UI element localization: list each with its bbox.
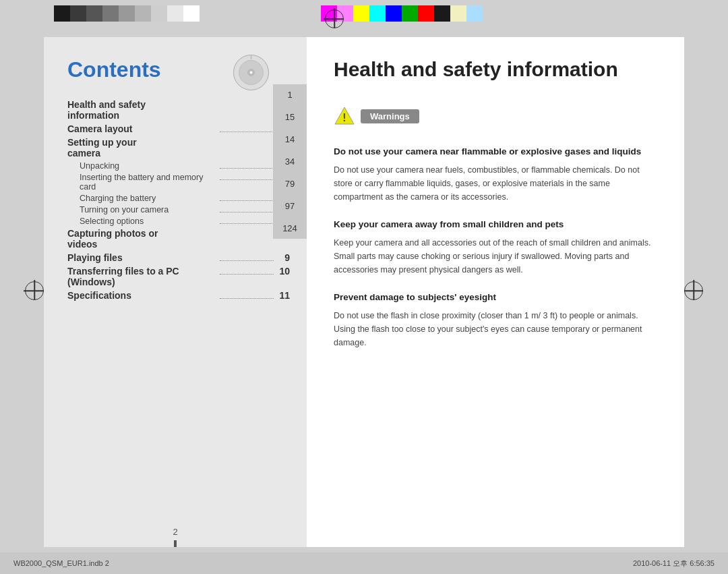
number-column-item: 1 — [287, 90, 292, 100]
safety-section: Do not use your camera near flammable or… — [334, 146, 657, 204]
toc-label: Camera layout — [67, 123, 217, 134]
warning-icon: ! — [334, 105, 355, 127]
toc-row: Transferring files to a PC (Windows)10 — [67, 266, 290, 287]
color-swatch — [353, 5, 369, 22]
toc-label: Inserting the battery and memory card — [80, 173, 217, 192]
footer-left: WB2000_QSM_EUR1.indb 2 — [13, 559, 109, 567]
safety-title: Health and safety information — [334, 57, 657, 82]
color-swatch — [434, 5, 450, 22]
toc-dots — [220, 260, 274, 261]
registration-mark-left — [24, 280, 45, 302]
safety-heading: Prevent damage to subjects' eyesight — [334, 291, 657, 304]
toc-label: Charging the battery — [80, 194, 217, 203]
toc-dots — [220, 132, 274, 132]
toc-dots — [220, 200, 274, 201]
cd-icon — [233, 54, 270, 91]
number-column-item: 79 — [285, 179, 295, 189]
color-strip-right — [321, 5, 483, 22]
color-swatch — [450, 5, 466, 22]
page-container: Contents Health and safety information2C… — [44, 37, 684, 547]
toc-page: 9 — [276, 252, 290, 263]
toc-dots — [220, 274, 274, 275]
toc-row: Selecting options7 — [67, 217, 290, 226]
toc-label: Health and safety information — [67, 99, 172, 121]
page-number: 2 — [173, 527, 177, 537]
toc-label: Selecting options — [80, 217, 217, 226]
toc-page: 10 — [276, 266, 290, 277]
toc-row: Playing files9 — [67, 252, 290, 263]
color-swatch — [418, 5, 434, 22]
safety-text: Do not use your camera near fuels, combu… — [334, 163, 657, 204]
toc-dots — [220, 223, 274, 224]
toc-dots — [220, 298, 274, 299]
number-column-item: 124 — [282, 223, 297, 233]
right-page: Health and safety information ! Warnings… — [307, 37, 684, 547]
safety-section: Prevent damage to subjects' eyesightDo n… — [334, 291, 657, 349]
safety-text: Keep your camera and all accessories out… — [334, 236, 657, 277]
color-swatch — [402, 5, 418, 22]
color-bar-top — [0, 0, 728, 27]
bottom-bar: WB2000_QSM_EUR1.indb 2 2010-06-11 오후 6:5… — [0, 552, 728, 574]
color-swatch — [70, 5, 86, 22]
toc-label: Turning on your camera — [80, 205, 217, 214]
toc-row: Charging the battery6 — [67, 194, 290, 203]
registration-mark-right — [683, 280, 704, 302]
toc-row: Health and safety information2 — [67, 99, 290, 121]
toc-row: Unpacking5 — [67, 161, 290, 171]
toc-label: Transferring files to a PC (Windows) — [67, 266, 217, 287]
toc-row: Turning on your camera7 — [67, 205, 290, 214]
toc-dots — [220, 179, 274, 180]
number-column-item: 34 — [285, 156, 295, 167]
color-swatch — [369, 5, 386, 22]
color-swatch — [183, 5, 200, 22]
color-swatch — [167, 5, 183, 22]
toc-label: Unpacking — [80, 161, 217, 171]
safety-sections: Do not use your camera near flammable or… — [334, 146, 657, 349]
color-strip-left — [54, 5, 200, 22]
toc-page: 11 — [276, 290, 290, 301]
number-column-item: 97 — [285, 201, 295, 211]
safety-heading: Do not use your camera near flammable or… — [334, 146, 657, 159]
toc-label: Setting up your camera — [67, 137, 172, 159]
toc-table: Health and safety information2Camera lay… — [67, 99, 290, 301]
page-bar-indicator — [174, 540, 177, 547]
toc-dots — [220, 168, 274, 169]
safety-heading: Keep your camera away from small childre… — [334, 219, 657, 231]
toc-row: Inserting the battery and memory card6 — [67, 173, 290, 192]
color-swatch — [54, 5, 70, 22]
left-page: Contents Health and safety information2C… — [44, 37, 307, 547]
svg-point-3 — [250, 71, 253, 74]
registration-mark-top — [324, 8, 345, 30]
safety-text: Do not use the flash in close proximity … — [334, 309, 657, 349]
color-swatch — [102, 5, 119, 22]
warnings-label: Warnings — [361, 109, 419, 123]
toc-label: Specifications — [67, 290, 217, 301]
toc-label: Playing files — [67, 252, 217, 263]
color-swatch — [86, 5, 102, 22]
toc-dots — [220, 212, 274, 212]
color-swatch — [386, 5, 402, 22]
color-swatch — [119, 5, 135, 22]
color-swatch — [466, 5, 483, 22]
color-swatch — [151, 5, 167, 22]
number-column-item: 15 — [285, 112, 295, 122]
safety-section: Keep your camera away from small childre… — [334, 219, 657, 277]
color-swatch — [135, 5, 151, 22]
number-column-item: 14 — [285, 134, 295, 144]
toc-row: Specifications11 — [67, 290, 290, 301]
toc-row: Camera layout4 — [67, 123, 290, 134]
toc-row: Capturing photos or videos8 — [67, 228, 290, 250]
warnings-badge: ! Warnings — [334, 105, 657, 127]
number-column: 11514347997124 — [273, 84, 307, 239]
footer-right: 2010-06-11 오후 6:56:35 — [633, 558, 715, 569]
toc-row: Setting up your camera5 — [67, 137, 290, 159]
toc-label: Capturing photos or videos — [67, 228, 172, 250]
svg-text:!: ! — [342, 112, 346, 123]
